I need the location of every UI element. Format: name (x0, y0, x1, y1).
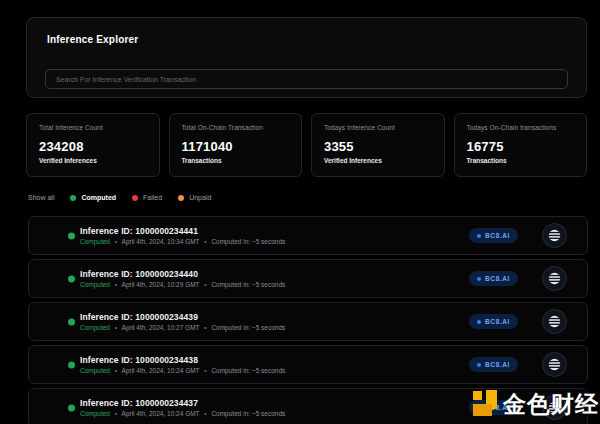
filter-unpaid[interactable]: Unpaid (178, 194, 211, 201)
stat-label: Total On-Chain Transaction (182, 124, 290, 131)
filter-failed[interactable]: Failed (132, 194, 162, 201)
watermark-text: 金色财经 (503, 389, 599, 420)
page-title: Inference Explorer (47, 34, 138, 45)
jinse-watermark: 金色财经 (471, 384, 599, 424)
bc8-ai-badge[interactable]: BC8.AI (469, 228, 518, 243)
stat-label: Todays On-Chain transactions (467, 124, 575, 131)
filter-label: Computed (81, 194, 116, 201)
stat-card-total-inference: Total Inference Count 234208 Verified In… (26, 113, 160, 177)
row-actions: BC8.AI (469, 217, 587, 254)
row-text: Inference ID: 1000000234438 Computed • A… (80, 355, 285, 374)
stat-value: 3355 (324, 139, 432, 154)
computed-status-dot (68, 232, 75, 239)
stat-card-todays-onchain: Todays On-Chain transactions 16775 Trans… (454, 113, 588, 177)
jinse-logo-icon (471, 390, 500, 418)
stat-value: 234208 (39, 139, 147, 154)
stat-label: Todays Inference Count (324, 124, 432, 131)
search-input[interactable] (45, 69, 568, 89)
inference-id: Inference ID: 1000000234438 (80, 355, 285, 365)
inference-meta: Computed • April 4th, 2024, 10:29 GMT • … (80, 281, 285, 288)
chain-link-button[interactable] (542, 223, 567, 248)
inference-meta: Computed • April 4th, 2024, 10:24 GMT • … (80, 367, 285, 374)
row-actions: BC8.AI (469, 346, 587, 383)
inference-meta: Computed • April 4th, 2024, 10:34 GMT • … (80, 238, 285, 245)
badge-dot-icon (477, 320, 481, 324)
filter-label: Unpaid (189, 194, 211, 201)
chain-link-button[interactable] (542, 266, 567, 291)
list-item[interactable]: Inference ID: 1000000234438 Computed • A… (28, 345, 588, 384)
stat-unit: Transactions (467, 157, 575, 164)
badge-dot-icon (477, 363, 481, 367)
computed-status-dot (70, 195, 76, 201)
status-text: Computed (80, 281, 110, 288)
badge-label: BC8.AI (485, 232, 510, 239)
striped-globe-icon (548, 358, 561, 371)
filter-bar: Show all Computed Failed Unpaid (28, 194, 211, 201)
timestamp: April 4th, 2024, 10:29 GMT (122, 281, 200, 288)
separator: • (204, 324, 206, 331)
compute-duration: Computed in: ~5 seconds (211, 281, 285, 288)
row-text: Inference ID: 1000000234440 Computed • A… (80, 269, 285, 288)
inference-id: Inference ID: 1000000234440 (80, 269, 285, 279)
row-actions: BC8.AI (469, 303, 587, 340)
separator: • (115, 367, 117, 374)
stat-card-total-onchain: Total On-Chain Transaction 1171040 Trans… (169, 113, 303, 177)
computed-status-dot (68, 275, 75, 282)
stat-value: 16775 (467, 139, 575, 154)
row-text: Inference ID: 1000000234437 Computed • A… (80, 398, 285, 417)
separator: • (204, 367, 206, 374)
compute-duration: Computed in: ~5 seconds (211, 410, 285, 417)
bc8-ai-badge[interactable]: BC8.AI (469, 314, 518, 329)
computed-status-dot (68, 318, 75, 325)
inference-meta: Computed • April 4th, 2024, 10:24 GMT • … (80, 410, 285, 417)
status-text: Computed (80, 238, 110, 245)
unpaid-status-dot (178, 195, 184, 201)
compute-duration: Computed in: ~5 seconds (211, 324, 285, 331)
failed-status-dot (132, 195, 138, 201)
striped-globe-icon (548, 272, 561, 285)
separator: • (115, 324, 117, 331)
stat-value: 1171040 (182, 139, 290, 154)
row-actions: BC8.AI (469, 260, 587, 297)
list-item[interactable]: Inference ID: 1000000234441 Computed • A… (28, 216, 588, 255)
list-item[interactable]: Inference ID: 1000000234440 Computed • A… (28, 259, 588, 298)
compute-duration: Computed in: ~5 seconds (211, 367, 285, 374)
striped-globe-icon (548, 229, 561, 242)
badge-label: BC8.AI (485, 275, 510, 282)
striped-globe-icon (548, 315, 561, 328)
timestamp: April 4th, 2024, 10:27 GMT (122, 324, 200, 331)
row-text: Inference ID: 1000000234441 Computed • A… (80, 226, 285, 245)
separator: • (204, 281, 206, 288)
compute-duration: Computed in: ~5 seconds (211, 238, 285, 245)
separator: • (115, 281, 117, 288)
status-text: Computed (80, 367, 110, 374)
bc8-ai-badge[interactable]: BC8.AI (469, 271, 518, 286)
inference-meta: Computed • April 4th, 2024, 10:27 GMT • … (80, 324, 285, 331)
status-text: Computed (80, 410, 110, 417)
timestamp: April 4th, 2024, 10:24 GMT (122, 367, 200, 374)
bc8-ai-badge[interactable]: BC8.AI (469, 357, 518, 372)
separator: • (115, 238, 117, 245)
filter-show-all[interactable]: Show all (28, 194, 54, 201)
inference-id: Inference ID: 1000000234439 (80, 312, 285, 322)
separator: • (204, 410, 206, 417)
filter-label: Failed (143, 194, 162, 201)
chain-link-button[interactable] (542, 352, 567, 377)
badge-label: BC8.AI (485, 318, 510, 325)
stat-unit: Verified Inferences (39, 157, 147, 164)
stat-card-todays-inference: Todays Inference Count 3355 Verified Inf… (311, 113, 445, 177)
list-item[interactable]: Inference ID: 1000000234439 Computed • A… (28, 302, 588, 341)
badge-dot-icon (477, 234, 481, 238)
stat-label: Total Inference Count (39, 124, 147, 131)
stat-unit: Verified Inferences (324, 157, 432, 164)
stat-unit: Transactions (182, 157, 290, 164)
timestamp: April 4th, 2024, 10:24 GMT (122, 410, 200, 417)
separator: • (204, 238, 206, 245)
chain-link-button[interactable] (542, 309, 567, 334)
inference-id: Inference ID: 1000000234437 (80, 398, 285, 408)
badge-label: BC8.AI (485, 361, 510, 368)
filter-computed[interactable]: Computed (70, 194, 116, 201)
badge-dot-icon (477, 277, 481, 281)
timestamp: April 4th, 2024, 10:34 GMT (122, 238, 200, 245)
stats-row: Total Inference Count 234208 Verified In… (26, 113, 587, 177)
